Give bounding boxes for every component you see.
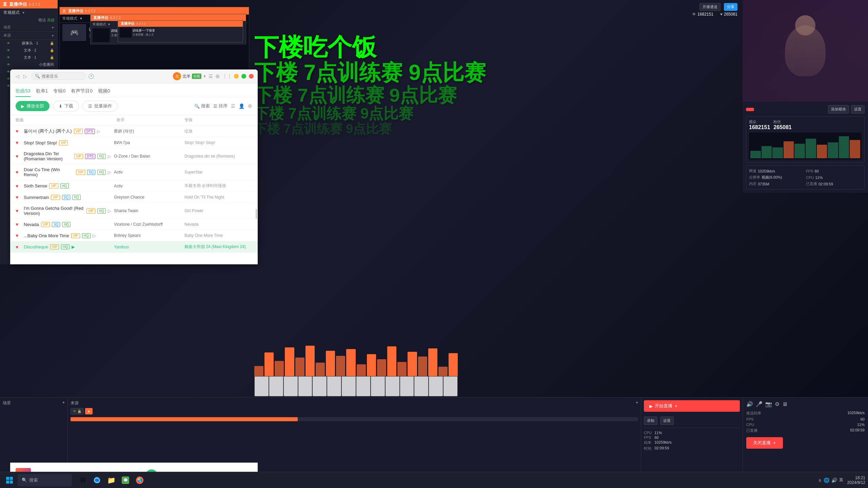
add-scene-icon[interactable]: +	[62, 400, 65, 406]
song-row-6[interactable]: ♥ Summertrain VIP SQ HQ Greyson Chance H…	[10, 192, 258, 203]
bitrate-info-val: 10259kb/s	[847, 411, 865, 416]
toolbar-search-icon: 🔍	[194, 104, 200, 109]
close-button[interactable]: ×	[249, 74, 254, 79]
tab-playlists[interactable]: 歌单1	[36, 86, 48, 97]
settings-icon[interactable]: ⚙	[248, 103, 252, 109]
heart-icon-7[interactable]: ♥	[16, 208, 21, 214]
heart-icon-4[interactable]: ♥	[16, 169, 21, 175]
mode-selector[interactable]: 常规模式 ▼	[0, 8, 57, 17]
heart-icon-1[interactable]: ♥	[16, 128, 21, 134]
history-icon[interactable]: 🕐	[88, 74, 94, 79]
source-panel-title: 来源 +	[71, 400, 638, 406]
song-row-2[interactable]: ♥ Stop! Stop! Stop! VIP ВИА Гра Stop! St…	[10, 137, 258, 148]
source-item-live[interactable]: 👁 小直播间	[0, 61, 57, 68]
share-btn[interactable]: 分享	[724, 3, 737, 11]
user-view-icon[interactable]: 👤	[239, 103, 244, 109]
search-input[interactable]	[42, 74, 82, 79]
network-icon[interactable]: 🌐	[824, 477, 829, 483]
username-label: 北羊	[182, 74, 191, 79]
song-row-10[interactable]: ♥ Discotheque VIP HQ ▶ Yamboo 舞曲大帝国 24 (…	[10, 241, 258, 253]
mic-control-icon[interactable]: 🎤	[756, 401, 763, 407]
playlist-icon[interactable]: ☰	[209, 74, 213, 79]
song-row-7[interactable]: ♥ I'm Gonna Getcha Good! (Red Version) V…	[10, 203, 258, 219]
heart-icon-10[interactable]: ♥	[16, 244, 21, 250]
source-item-text1[interactable]: 👁 文本 · 1 🔒	[0, 54, 57, 61]
settings-mini-btn[interactable]: 设置	[660, 416, 674, 425]
stream-settings-icon[interactable]: ⚙	[775, 401, 780, 407]
graph-bar-8	[828, 142, 838, 158]
add-source-btn[interactable]: +	[52, 34, 54, 38]
taskbar-edge[interactable]	[90, 473, 104, 487]
tray-up-icon[interactable]: ∧	[818, 477, 822, 483]
play-icon-3[interactable]: ▷	[108, 154, 111, 159]
grid-icon[interactable]: ⊞	[216, 74, 220, 79]
heart-icon-3[interactable]: ♥	[16, 154, 21, 159]
broadcast-btn[interactable]: 开播通道	[699, 3, 721, 11]
play-icon-7[interactable]: ▷	[108, 208, 111, 214]
toolbar-sort-btn[interactable]: ☰ 排序	[213, 103, 228, 109]
badge-vip-5: VIP	[49, 183, 58, 188]
source-visible-icon-3: 👁	[7, 56, 10, 59]
monitor-icon[interactable]: 🖥	[782, 401, 788, 407]
cam-control-icon[interactable]: 📷	[765, 401, 772, 407]
scrollbar-thumb[interactable]	[256, 209, 257, 219]
stream-app-name: 直播伴侣	[68, 8, 83, 14]
play-icon-9[interactable]: ▷	[93, 233, 96, 238]
song-title-7: I'm Gonna Getcha Good! (Red Version)	[24, 206, 84, 216]
toolbar-search-btn[interactable]: 🔍 搜索	[194, 103, 210, 109]
maximize-button[interactable]: □	[241, 74, 246, 79]
tab-songs[interactable]: 歌曲53	[16, 86, 31, 97]
list-view-icon[interactable]: ☰	[231, 103, 235, 109]
view-simple[interactable]: 简洁	[38, 18, 46, 23]
source-item-text2[interactable]: 👁 文本 · 2 🔒	[0, 47, 57, 54]
source-item-camera[interactable]: 👁 摄像头 · 1 🔒	[0, 40, 57, 47]
taskbar-wechat[interactable]: 💬	[119, 473, 132, 487]
nav-back[interactable]: ◁	[14, 73, 21, 80]
add-block-btn[interactable]: 添加模块	[828, 105, 849, 114]
record-btn[interactable]: 录制	[644, 416, 657, 425]
play-all-button[interactable]: ▶ 播放全部	[16, 101, 50, 111]
song-row-9[interactable]: ♥ ...Baby One More Time VIP HQ ▷ Britney…	[10, 230, 258, 241]
drag-icon[interactable]: ⋮⋮	[222, 74, 232, 79]
add-scene-btn[interactable]: +	[52, 25, 54, 29]
tab-podcasts[interactable]: 有声节目0	[71, 86, 93, 97]
taskbar-search[interactable]: 🔍 搜索	[18, 474, 72, 486]
taskbar-file-explorer[interactable]: 📁	[104, 473, 118, 487]
heart-icon-9[interactable]: ♥	[16, 233, 21, 238]
volume-control-icon[interactable]: 🔊	[746, 401, 753, 407]
song-row-3[interactable]: ♥ Dragostea Din Tei (Romanian Version) V…	[10, 148, 258, 164]
key-c2	[356, 376, 371, 396]
tab-albums[interactable]: 专辑0	[53, 86, 65, 97]
speaker-icon[interactable]: 🔊	[831, 477, 837, 483]
song-row-1[interactable]: ♥ 둘이서 (两个人) (两个人) VIP DTS ▷ 蔡妍 (채연) 绽放	[10, 125, 258, 137]
heart-icon-5[interactable]: ♥	[16, 183, 21, 189]
song-row-4[interactable]: ♥ Doar Cu Tine (Win Remix) VIP SQ HQ ▷ A…	[10, 164, 258, 180]
song-row-5[interactable]: ♥ Sixth Sense VIP HQ Activ 车载专用·全球时尚慢摇	[10, 180, 258, 192]
view-advanced[interactable]: 高级	[47, 18, 55, 23]
manage-broadcast-btn[interactable]	[746, 108, 754, 111]
start-button[interactable]	[3, 473, 16, 487]
play-icon-4[interactable]: ▷	[108, 170, 111, 175]
start-stream-btn[interactable]: ▶ 开始直播 ▼	[644, 400, 740, 412]
batch-ops-button[interactable]: ☰ 批量操作	[82, 101, 118, 111]
badge-dts-3: DTS	[85, 154, 95, 159]
scene-mode-selector[interactable]: 常规模式	[62, 16, 77, 21]
heart-icon-2[interactable]: ♥	[16, 140, 21, 145]
heart-icon-6[interactable]: ♥	[16, 195, 21, 200]
settings-btn[interactable]: 设置	[851, 105, 865, 114]
song-row-8[interactable]: ♥ Nevada VIP SQ HQ Vicetone / Cozi Zuehl…	[10, 219, 258, 230]
stat-row-bitrate: 网速 10259kb/s	[749, 168, 805, 174]
bar-19	[438, 367, 448, 376]
download-button[interactable]: ⬇ 下载	[53, 101, 79, 111]
heart-icon-8[interactable]: ♥	[16, 222, 21, 227]
end-stream-btn[interactable]: 关闭直播 ▼	[746, 437, 783, 449]
taskbar-task-view[interactable]: ⊟	[76, 473, 90, 487]
tab-videos[interactable]: 视频0	[98, 86, 110, 97]
add-source-icon[interactable]: +	[636, 400, 638, 406]
nav-forward[interactable]: ▷	[22, 73, 28, 80]
minimize-button[interactable]: −	[234, 74, 239, 79]
play-icon-1[interactable]: ▷	[97, 129, 100, 134]
taskbar-browser[interactable]: 🌏	[133, 473, 146, 487]
overlay-line-3: 下楼 7点训练赛 9点比赛	[254, 85, 486, 106]
avatar-picture: 北	[173, 72, 181, 80]
